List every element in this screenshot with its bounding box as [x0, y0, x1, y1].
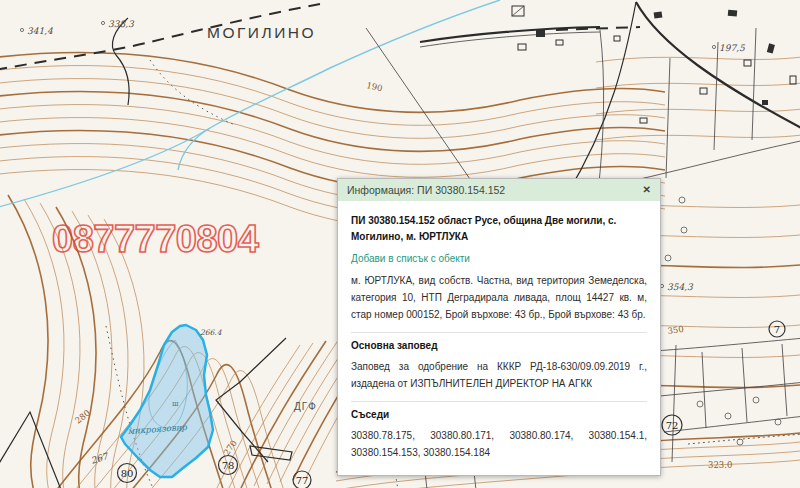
panel-body: ПИ 30380.154.152 област Русе, община Две…: [338, 201, 660, 475]
parcel-details-text: м. ЮРТЛУКА, вид собств. Частна, вид тери…: [351, 272, 647, 323]
circled-number-78: 78: [222, 460, 235, 471]
spot-height-266: 266.4: [200, 328, 222, 337]
order-section-heading: Основна заповед: [351, 340, 647, 351]
circled-number-77: 77: [296, 475, 309, 486]
neighbors-section: Съседи 30380.78.175, 30380.80.171, 30380…: [351, 401, 647, 461]
contour-label-350: 350: [667, 324, 684, 336]
contour-label-323: 323.0: [708, 460, 732, 470]
parcel-info-panel: Информация: ПИ 30380.154.152 ✕ ПИ 30380.…: [337, 178, 661, 476]
spot-height-197: 197,5: [719, 43, 746, 53]
circled-number-72: 72: [666, 420, 679, 431]
contour-label-190: 190: [366, 80, 384, 93]
spot-height-354: 354,3: [667, 282, 694, 292]
phone-watermark: 0877770804: [52, 218, 259, 260]
spot-height-338: 338,3: [108, 19, 135, 29]
order-section: Основна заповед Заповед за одобрение на …: [351, 332, 647, 392]
circled-number-7: 7: [774, 324, 780, 335]
place-name-label: МОГИЛИНО: [207, 24, 316, 41]
parcel-mark-label: ш: [172, 400, 179, 408]
order-section-text: Заповед за одобрение на КККР РД-18-630/0…: [351, 358, 647, 392]
panel-header-title: Информация: ПИ 30380.154.152: [347, 184, 505, 196]
map-viewport[interactable]: микроязовир ш МОГИЛИНО ДГФ 341,4 338,3 1…: [0, 0, 800, 488]
selected-parcel-polygon[interactable]: микроязовир ш: [121, 325, 213, 477]
spot-height-341: 341,4: [27, 26, 53, 36]
close-icon[interactable]: ✕: [643, 185, 651, 195]
add-to-object-list-link[interactable]: Добави в списък с обекти: [351, 253, 647, 264]
spot-height-267: 267: [90, 451, 111, 466]
neighbors-section-heading: Съседи: [351, 409, 647, 420]
contour-label-280: 280: [73, 408, 92, 426]
area-label-dgf: ДГФ: [294, 401, 317, 412]
parcel-title: ПИ 30380.154.152 област Русе, община Две…: [351, 213, 647, 244]
panel-header: Информация: ПИ 30380.154.152 ✕: [338, 179, 660, 201]
neighbors-list-text: 30380.78.175, 30380.80.171, 30380.80.174…: [351, 427, 647, 461]
circled-number-80: 80: [121, 468, 134, 479]
